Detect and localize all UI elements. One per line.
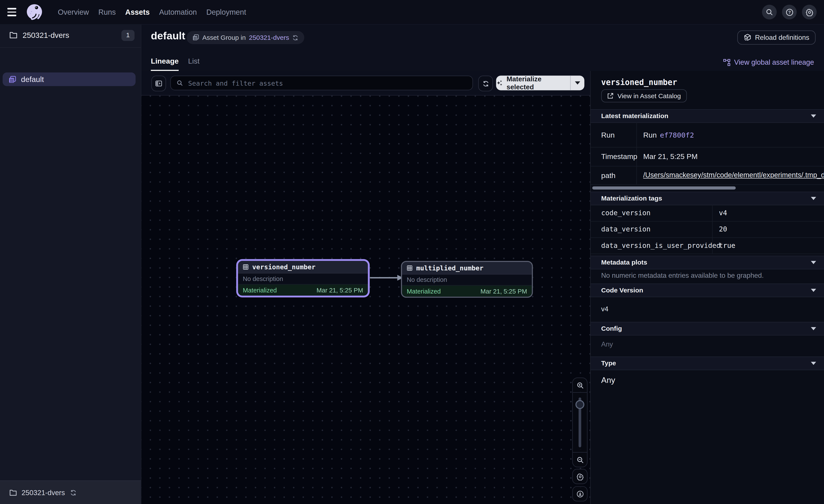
sidebar-group-row[interactable]: 250321-dvers 1 xyxy=(0,24,141,46)
asset-node-multiplied-number[interactable]: multiplied_number No description Materia… xyxy=(402,262,532,296)
run-prefix: Run xyxy=(643,130,657,139)
materialized-timestamp: Mar 21, 5:25 PM xyxy=(316,286,363,294)
materialize-selected-label: Materialize selected xyxy=(507,75,570,91)
nav-right-actions: ? xyxy=(762,5,817,19)
sparkle-icon xyxy=(496,80,503,87)
latest-row-path: path /Users/smackesey/stm/code/elementl/… xyxy=(591,166,824,185)
materialized-status: Materialized xyxy=(243,286,277,294)
tab-list[interactable]: List xyxy=(188,57,200,71)
sync-icon[interactable] xyxy=(292,34,299,41)
row-label: Run xyxy=(591,122,637,147)
page-title: default xyxy=(151,30,185,42)
asset-node-header: versioned_number xyxy=(238,261,368,273)
zoom-in-icon xyxy=(576,381,584,389)
section-materialization-tags[interactable]: Materialization tags xyxy=(591,192,824,205)
gear-icon xyxy=(805,8,813,16)
section-latest-materialization[interactable]: Latest materialization xyxy=(591,109,824,123)
asset-groups-sidebar: 250321-dvers 1 default 250321-dvers xyxy=(0,24,141,504)
download-image-button[interactable] xyxy=(572,486,587,501)
reload-definitions-button[interactable]: Reload definitions xyxy=(737,30,816,45)
download-icon xyxy=(576,490,584,498)
view-global-asset-lineage-label: View global asset lineage xyxy=(734,58,814,66)
sync-icon[interactable] xyxy=(70,489,77,496)
search-button[interactable] xyxy=(762,5,777,19)
section-metadata-plots[interactable]: Metadata plots xyxy=(591,256,824,269)
materialize-selected-button[interactable]: Materialize selected xyxy=(496,76,584,91)
view-global-asset-lineage-link[interactable]: View global asset lineage xyxy=(723,58,814,66)
zoom-slider-thumb[interactable] xyxy=(575,400,584,409)
hamburger-menu-icon[interactable] xyxy=(7,7,20,17)
tag-key: data_version xyxy=(591,221,713,237)
row-value: Run ef7800f2 xyxy=(637,122,824,147)
sidebar-footer-label: 250321-dvers xyxy=(22,489,65,496)
view-in-asset-catalog-button[interactable]: View in Asset Catalog xyxy=(601,89,687,103)
path-link[interactable]: /Users/smackesey/stm/code/elementl/exper… xyxy=(643,171,824,179)
expand-sidebar-button[interactable] xyxy=(151,76,166,92)
latest-row-timestamp: Timestamp Mar 21, 5:25 PM xyxy=(591,147,824,166)
section-code-version[interactable]: Code Version xyxy=(591,283,824,297)
help-icon: ? xyxy=(786,8,793,16)
dagster-octopus-icon xyxy=(25,2,44,22)
settings-button[interactable] xyxy=(802,5,817,19)
section-label: Latest materialization xyxy=(601,112,811,120)
nav-item-assets[interactable]: Assets xyxy=(125,8,149,16)
row-value: Mar 21, 5:25 PM xyxy=(637,147,824,166)
asset-node-versioned-number[interactable]: versioned_number No description Material… xyxy=(238,261,368,295)
horizontal-scrollbar-thumb[interactable] xyxy=(592,186,736,190)
sidebar-group-label: 250321-dvers xyxy=(22,31,116,39)
sidebar-footer-location[interactable]: 250321-dvers xyxy=(0,480,141,504)
latest-row-run: Run Run ef7800f2 xyxy=(591,122,824,148)
nav-item-automation[interactable]: Automation xyxy=(159,8,197,16)
lineage-graph-icon xyxy=(723,58,730,66)
nav-item-deployment[interactable]: Deployment xyxy=(206,8,246,16)
zoom-in-button[interactable] xyxy=(573,378,587,392)
top-nav: Overview Runs Assets Automation Deployme… xyxy=(0,0,824,25)
table-icon xyxy=(243,264,248,270)
nav-item-overview[interactable]: Overview xyxy=(58,8,89,16)
materialized-timestamp: Mar 21, 5:25 PM xyxy=(481,287,527,295)
asset-group-icon xyxy=(8,75,16,83)
chevron-down-icon xyxy=(575,81,580,85)
help-button[interactable]: ? xyxy=(782,5,797,19)
gear-icon xyxy=(576,473,584,480)
search-icon xyxy=(766,8,773,16)
page-header: default Asset Group in 250321-dvers Relo… xyxy=(141,24,824,71)
materialize-dropdown-toggle[interactable] xyxy=(570,76,585,91)
graph-settings-button[interactable] xyxy=(572,469,587,484)
tab-lineage[interactable]: Lineage xyxy=(151,57,179,71)
section-type[interactable]: Type xyxy=(591,357,824,370)
search-input[interactable] xyxy=(187,79,467,87)
external-link-icon xyxy=(607,92,614,99)
zoom-out-button[interactable] xyxy=(573,453,587,467)
lineage-toolbar: Materialize selected xyxy=(141,71,590,96)
run-id-link[interactable]: ef7800f2 xyxy=(660,130,694,139)
chevron-down-icon xyxy=(811,362,816,365)
lineage-edge-arrow xyxy=(370,274,404,281)
reload-definitions-icon xyxy=(743,33,751,41)
section-label: Type xyxy=(601,360,811,367)
badge-group-link[interactable]: 250321-dvers xyxy=(249,34,289,41)
primary-nav: Overview Runs Assets Automation Deployme… xyxy=(58,8,246,16)
svg-text:?: ? xyxy=(788,10,791,14)
row-label: path xyxy=(591,166,637,184)
folder-icon xyxy=(9,31,17,39)
refresh-graph-button[interactable] xyxy=(478,76,493,92)
sidebar-item-default[interactable]: default xyxy=(3,73,135,86)
section-label: Code Version xyxy=(601,287,811,294)
nav-item-runs[interactable]: Runs xyxy=(98,8,116,16)
sidebar-divider xyxy=(0,47,141,47)
zoom-slider[interactable] xyxy=(573,392,587,453)
asset-node-status-bar: Materialized Mar 21, 5:25 PM xyxy=(238,285,368,296)
lineage-graph-canvas[interactable]: versioned_number No description Material… xyxy=(141,95,590,504)
reload-definitions-label: Reload definitions xyxy=(755,33,809,41)
asset-node-status-bar: Materialized Mar 21, 5:25 PM xyxy=(402,285,532,296)
screenshot-stage: Overview Runs Assets Automation Deployme… xyxy=(0,0,824,504)
asset-group-badge: Asset Group in 250321-dvers xyxy=(187,31,304,44)
sidebar-group-count-badge: 1 xyxy=(121,30,135,41)
materialized-status: Materialized xyxy=(407,287,441,295)
section-config[interactable]: Config xyxy=(591,322,824,336)
tag-row-data-version-is-user-provided: data_version_is_user_provided true xyxy=(591,237,824,254)
dagster-app: Overview Runs Assets Automation Deployme… xyxy=(0,0,824,504)
materialize-selected-main[interactable]: Materialize selected xyxy=(496,76,570,91)
dagster-logo[interactable] xyxy=(25,2,44,22)
